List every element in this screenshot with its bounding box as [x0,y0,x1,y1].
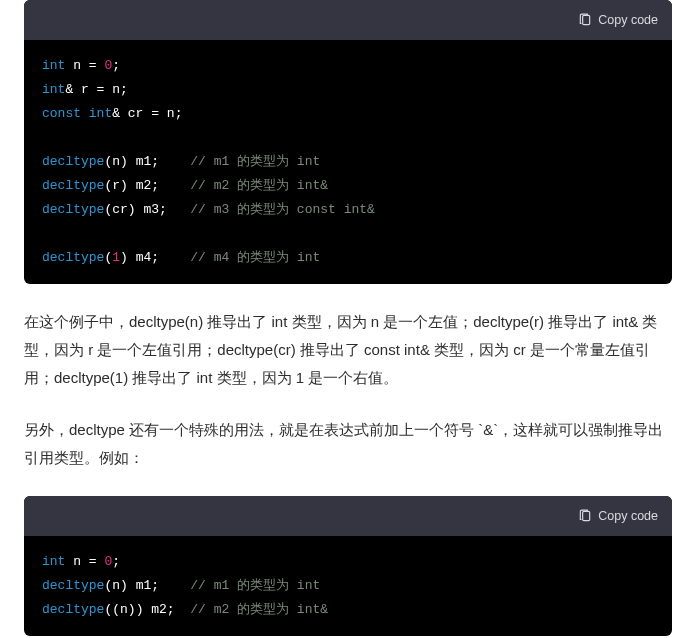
code-block-1: Copy code int n = 0; int& r = n; const i… [24,0,672,284]
clipboard-icon [578,13,592,27]
code-header: Copy code [24,496,672,536]
token-pad [167,202,190,217]
token-plain: & r = n; [65,82,127,97]
copy-code-button[interactable]: Copy code [578,509,658,523]
token-comment: // m1 的类型为 int [190,578,320,593]
token-pad [159,178,190,193]
token-plain: ; [112,554,120,569]
token-comment: // m2 的类型为 int& [190,602,328,617]
svg-rect-1 [583,511,590,520]
code-block-2: Copy code int n = 0; decltype(n) m1; // … [24,496,672,636]
token-comment: // m2 的类型为 int& [190,178,328,193]
token-plain: (cr) m3; [104,202,166,217]
code-header: Copy code [24,0,672,40]
token-fn: decltype [42,602,104,617]
code-body-1: int n = 0; int& r = n; const int& cr = n… [24,40,672,284]
token-fn: decltype [42,178,104,193]
token-fn: decltype [42,154,104,169]
token-keyword: const [42,106,89,121]
paragraph-explanation-2: 另外，decltype 还有一个特殊的用法，就是在表达式前加上一个符号 `&`，… [24,416,672,472]
token-comment: // m1 的类型为 int [190,154,320,169]
svg-rect-0 [583,15,590,24]
token-plain: & cr = n; [112,106,182,121]
token-number: 1 [112,250,120,265]
token-pad [159,250,190,265]
token-keyword: int [42,58,65,73]
token-plain: (n) m1; [104,578,159,593]
token-plain: ((n)) m2; [104,602,174,617]
token-keyword: int [42,554,65,569]
token-keyword: int [89,106,112,121]
paragraph-explanation-1: 在这个例子中，decltype(n) 推导出了 int 类型，因为 n 是一个左… [24,308,672,392]
token-keyword: int [42,82,65,97]
token-plain: n = [65,58,104,73]
token-fn: decltype [42,202,104,217]
token-comment: // m4 的类型为 int [190,250,320,265]
copy-code-button[interactable]: Copy code [578,13,658,27]
token-plain: ; [112,58,120,73]
token-pad [159,578,190,593]
token-plain: n = [65,554,104,569]
code-body-2: int n = 0; decltype(n) m1; // m1 的类型为 in… [24,536,672,636]
copy-code-label: Copy code [598,509,658,523]
token-plain: (n) m1; [104,154,159,169]
token-fn: decltype [42,578,104,593]
copy-code-label: Copy code [598,13,658,27]
token-pad [175,602,191,617]
clipboard-icon [578,509,592,523]
token-plain: (r) m2; [104,178,159,193]
token-plain: ) m4; [120,250,159,265]
token-fn: decltype [42,250,104,265]
token-comment: // m3 的类型为 const int& [190,202,375,217]
token-pad [159,154,190,169]
